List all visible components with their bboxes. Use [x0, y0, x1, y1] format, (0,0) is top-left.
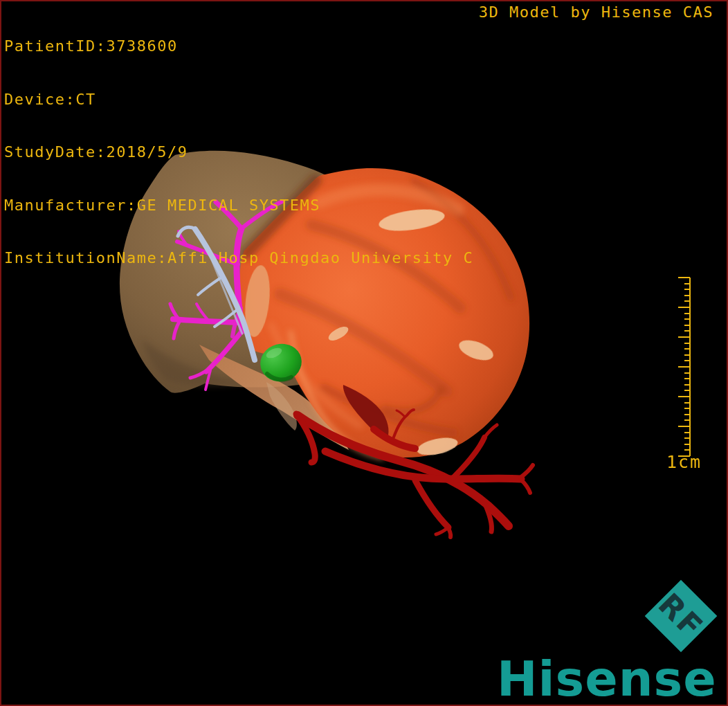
volume-readouts: Tumor Volume: 577.8ml Liver Volume: 812.… [6, 656, 190, 706]
patient-info-block: PatientID:3738600 Device:CT StudyDate:20… [4, 2, 473, 284]
tumor-volume-row: Tumor Volume: 577.8ml [6, 695, 190, 706]
manufacturer-line: Manufacturer:GE MEDICAL SYSTEMS [4, 197, 473, 215]
rf-watermark: RF [645, 580, 718, 653]
device-line: Device:CT [4, 91, 473, 109]
patient-id-line: PatientID:3738600 [4, 37, 473, 55]
rf-watermark-text: RF [652, 586, 711, 646]
scene-title: 3D Model by Hisense CAS [479, 3, 713, 21]
scale-ruler [678, 278, 690, 456]
institution-line: InstitutionName:Affi Hosp Qingdao Univer… [4, 249, 473, 267]
hisense-logo: Hisense [497, 655, 717, 703]
study-date-line: StudyDate:2018/5/9 [4, 143, 473, 161]
ruler-scale-label: 1cm [666, 452, 702, 472]
